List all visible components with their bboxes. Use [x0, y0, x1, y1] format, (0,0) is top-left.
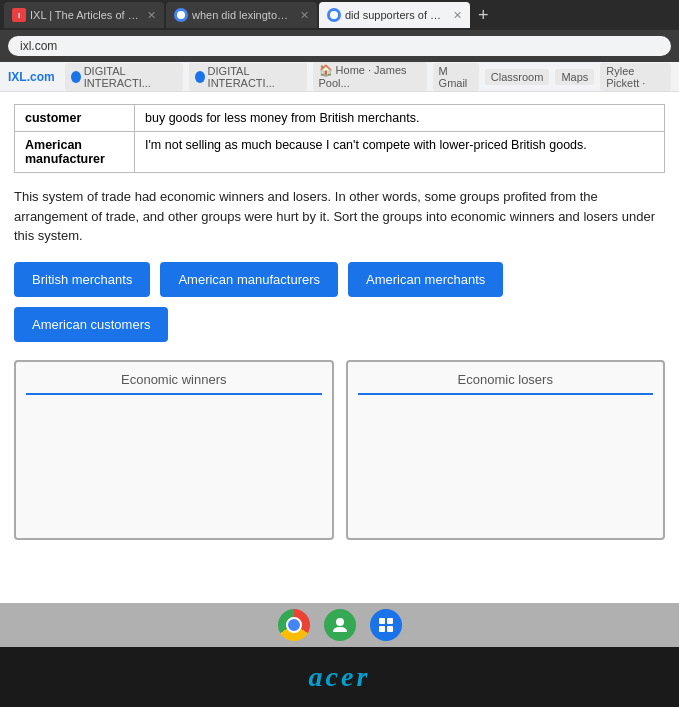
taskbar [0, 603, 679, 647]
table-entity-customer: customer [15, 105, 135, 132]
nav-digital-2[interactable]: DIGITAL INTERACTI... [189, 63, 307, 91]
svg-rect-2 [387, 618, 393, 624]
acer-logo: acer [309, 661, 371, 693]
drag-btn-british-merchants[interactable]: British merchants [14, 262, 150, 297]
google-favicon-2 [327, 8, 341, 22]
table-desc-customer: buy goods for less money from British me… [135, 105, 665, 132]
nav-maps[interactable]: Maps [555, 69, 594, 85]
browser-chrome: I IXL | The Articles of Confeder ✕ when … [0, 0, 679, 92]
tab-lexington-label: when did lexington and conc [192, 9, 292, 21]
tab-ixl-label: IXL | The Articles of Confeder [30, 9, 139, 21]
nav-home-label: 🏠 Home · James Pool... [319, 64, 421, 89]
site-nav-bar: IXL.com DIGITAL INTERACTI... DIGITAL INT… [0, 62, 679, 92]
description-text: This system of trade had economic winner… [14, 187, 665, 246]
nav-maps-label: Maps [561, 71, 588, 83]
address-bar-row: ixl.com [0, 30, 679, 62]
drag-buttons-container: British merchants American manufacturers… [14, 262, 665, 342]
svg-rect-4 [387, 626, 393, 632]
tab-ixl[interactable]: I IXL | The Articles of Confeder ✕ [4, 2, 164, 28]
tab-supporters-label: did supporters of manifest d [345, 9, 445, 21]
drop-zone-losers[interactable]: Economic losers [346, 360, 666, 540]
site-logo: IXL.com [8, 70, 55, 84]
ixl-favicon: I [12, 8, 26, 22]
nav-digital-1-label: DIGITAL INTERACTI... [84, 65, 177, 89]
chrome-icon[interactable] [278, 609, 310, 641]
nav-gmail[interactable]: M Gmail [433, 63, 479, 91]
nav-gmail-label: M Gmail [439, 65, 473, 89]
svg-point-0 [336, 618, 344, 626]
winners-label: Economic winners [26, 372, 322, 395]
grid-svg [377, 616, 395, 634]
tab-lexington[interactable]: when did lexington and conc ✕ [166, 2, 317, 28]
drop-zone-winners[interactable]: Economic winners [14, 360, 334, 540]
svg-rect-1 [379, 618, 385, 624]
new-tab-button[interactable]: + [472, 6, 495, 24]
tab-supporters-close[interactable]: ✕ [453, 9, 462, 22]
green-app-icon[interactable] [324, 609, 356, 641]
drag-btn-american-manufacturers[interactable]: American manufacturers [160, 262, 338, 297]
acer-bar: acer [0, 647, 679, 707]
table-row-manufacturer: American manufacturer I'm not selling as… [15, 132, 665, 173]
table-entity-manufacturer: American manufacturer [15, 132, 135, 173]
table-row-customer: customer buy goods for less money from B… [15, 105, 665, 132]
trade-table: customer buy goods for less money from B… [14, 104, 665, 173]
table-desc-manufacturer: I'm not selling as much because I can't … [135, 132, 665, 173]
nav-home[interactable]: 🏠 Home · James Pool... [313, 62, 427, 91]
page-content: customer buy goods for less money from B… [0, 92, 679, 603]
digital-icon-1 [71, 71, 81, 83]
content-area: customer buy goods for less money from B… [0, 92, 679, 603]
blue-app-icon[interactable] [370, 609, 402, 641]
tab-lexington-close[interactable]: ✕ [300, 9, 309, 22]
losers-label: Economic losers [358, 372, 654, 395]
tab-ixl-close[interactable]: ✕ [147, 9, 156, 22]
drop-zones-container: Economic winners Economic losers [14, 360, 665, 540]
tab-supporters[interactable]: did supporters of manifest d ✕ [319, 2, 470, 28]
tab-bar: I IXL | The Articles of Confeder ✕ when … [0, 0, 679, 30]
address-bar[interactable]: ixl.com [8, 36, 671, 56]
nav-classroom[interactable]: Classroom [485, 69, 550, 85]
google-favicon-1 [174, 8, 188, 22]
address-text: ixl.com [20, 39, 57, 53]
digital-icon-2 [195, 71, 205, 83]
nav-profile[interactable]: Rylee Pickett · [600, 63, 671, 91]
person-svg [331, 616, 349, 634]
nav-digital-1[interactable]: DIGITAL INTERACTI... [65, 63, 183, 91]
drag-btn-american-merchants[interactable]: American merchants [348, 262, 503, 297]
nav-digital-2-label: DIGITAL INTERACTI... [208, 65, 301, 89]
nav-profile-label: Rylee Pickett · [606, 65, 665, 89]
nav-classroom-label: Classroom [491, 71, 544, 83]
drag-btn-american-customers[interactable]: American customers [14, 307, 168, 342]
svg-rect-3 [379, 626, 385, 632]
